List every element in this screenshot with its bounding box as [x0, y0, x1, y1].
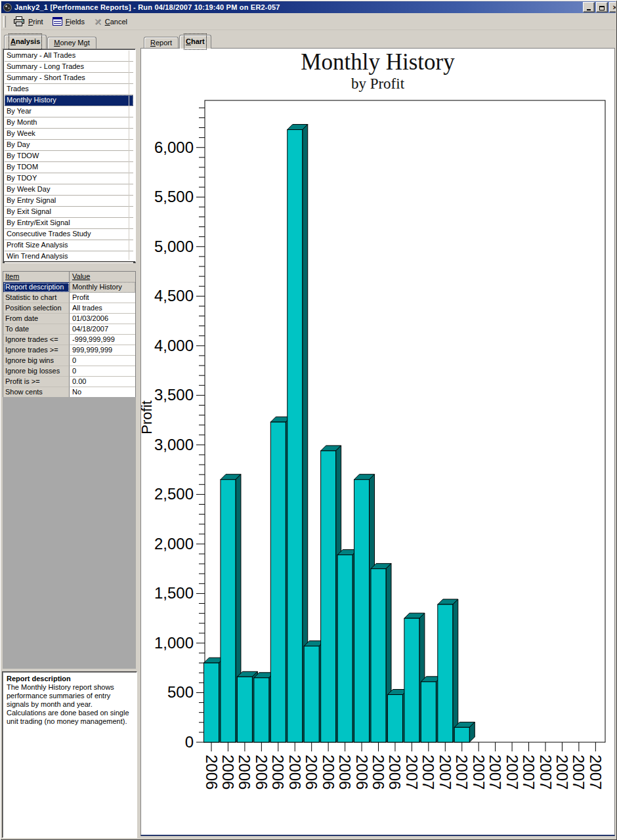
- list-item[interactable]: Summary - All Trades: [5, 51, 133, 62]
- setting-item-value[interactable]: 999,999,999: [70, 345, 135, 356]
- toolbar-grip[interactable]: [3, 16, 6, 28]
- setting-item-value[interactable]: Monthly History: [70, 282, 135, 293]
- maximize-icon: [599, 6, 605, 10]
- svg-text:2007: 2007: [503, 755, 521, 789]
- setting-item-label[interactable]: Statistic to chart: [3, 293, 70, 303]
- list-item[interactable]: By Month: [5, 117, 133, 129]
- settings-row[interactable]: Ignore big wins0: [3, 356, 135, 366]
- settings-row[interactable]: Position selectionAll trades: [3, 303, 135, 314]
- list-item[interactable]: By Week Day: [5, 184, 133, 196]
- close-button[interactable]: ✕: [609, 2, 616, 12]
- setting-item-label[interactable]: Profit is >=: [3, 377, 70, 387]
- printer-icon: [13, 16, 25, 26]
- setting-item-label[interactable]: To date: [3, 324, 70, 335]
- list-item[interactable]: By Exit Signal: [5, 207, 133, 218]
- settings-row[interactable]: To date04/18/2007: [3, 324, 135, 335]
- settings-row[interactable]: Ignore trades <=-999,999,999: [3, 335, 135, 345]
- toolbar: Print Fields ✕ Cancel: [1, 13, 616, 30]
- setting-item-label[interactable]: Ignore big wins: [3, 356, 70, 366]
- svg-text:2007: 2007: [453, 755, 471, 789]
- svg-text:2007: 2007: [570, 755, 587, 789]
- list-item[interactable]: By Week: [5, 129, 133, 140]
- setting-item-label[interactable]: Ignore big losses: [3, 366, 70, 377]
- setting-item-value[interactable]: All trades: [70, 303, 135, 314]
- settings-header-value[interactable]: Value: [70, 272, 135, 282]
- setting-item-value[interactable]: Profit: [70, 293, 135, 303]
- list-item[interactable]: Consecutive Trades Study: [5, 229, 133, 240]
- report-list: Summary - All TradesSummary - Long Trade…: [3, 49, 136, 263]
- svg-text:4,000: 4,000: [154, 337, 194, 354]
- svg-text:2006: 2006: [219, 755, 237, 789]
- bar-chart: 05001,0001,5002,0002,5003,0003,5004,0004…: [141, 49, 614, 834]
- settings-row[interactable]: Report descriptionMonthly History: [3, 282, 135, 293]
- list-item[interactable]: By Entry Signal: [5, 196, 133, 207]
- list-item[interactable]: By TDOY: [5, 173, 133, 184]
- list-item[interactable]: Summary - Long Trades: [5, 62, 133, 73]
- print-label: Print: [28, 18, 43, 26]
- print-button[interactable]: Print: [9, 15, 49, 28]
- list-item[interactable]: Summary - Short Trades: [5, 73, 133, 84]
- setting-item-value[interactable]: 01/03/2006: [70, 314, 135, 324]
- setting-item-label[interactable]: Show cents: [3, 387, 70, 398]
- left-empty-pane: [3, 397, 136, 669]
- settings-row[interactable]: Ignore trades >=999,999,999: [3, 345, 135, 356]
- chart-panel: 05001,0001,5002,0002,5003,0003,5004,0004…: [140, 48, 615, 836]
- setting-item-label[interactable]: Report description: [3, 282, 70, 293]
- svg-text:500: 500: [167, 683, 194, 701]
- setting-item-label[interactable]: Ignore trades <=: [3, 335, 70, 345]
- maximize-button[interactable]: [596, 2, 608, 12]
- fields-icon: [53, 17, 62, 26]
- list-item[interactable]: Trades: [5, 84, 133, 95]
- list-item[interactable]: Profit Size Analysis: [5, 240, 133, 251]
- svg-text:2007: 2007: [403, 755, 421, 789]
- setting-item-value[interactable]: 0.00: [70, 377, 135, 387]
- setting-item-value[interactable]: 0: [70, 366, 135, 377]
- svg-text:3,000: 3,000: [154, 436, 194, 453]
- minimize-button[interactable]: [583, 2, 595, 12]
- svg-text:2006: 2006: [253, 755, 270, 789]
- setting-item-label[interactable]: From date: [3, 314, 70, 324]
- setting-item-value[interactable]: No: [70, 387, 135, 398]
- settings-header-item[interactable]: Item: [3, 272, 70, 282]
- app-window: Janky2_1 [Performance Reports] - Run 04/…: [0, 0, 617, 840]
- setting-item-value[interactable]: -999,999,999: [70, 335, 135, 345]
- settings-grid: Item Value Report descriptionMonthly His…: [3, 271, 136, 398]
- minimize-icon: [587, 9, 591, 10]
- list-item[interactable]: Win Trend Analysis: [5, 251, 133, 262]
- setting-item-label[interactable]: Ignore trades >=: [3, 345, 70, 356]
- list-item[interactable]: By Year: [5, 106, 133, 117]
- setting-item-label[interactable]: Position selection: [3, 303, 70, 314]
- setting-item-value[interactable]: 04/18/2007: [70, 324, 135, 335]
- settings-row[interactable]: Show centsNo: [3, 387, 135, 398]
- settings-row[interactable]: Profit is >=0.00: [3, 377, 135, 387]
- tab-chart[interactable]: Chart: [179, 35, 211, 49]
- svg-text:2007: 2007: [520, 755, 538, 789]
- svg-text:2007: 2007: [537, 755, 555, 789]
- svg-text:2006: 2006: [203, 755, 221, 789]
- close-icon: ✕: [612, 3, 616, 12]
- cancel-button[interactable]: ✕ Cancel: [90, 16, 133, 27]
- settings-header-row: Item Value: [3, 272, 135, 282]
- settings-body: Report descriptionMonthly HistoryStatist…: [3, 282, 135, 398]
- setting-item-value[interactable]: 0: [70, 356, 135, 366]
- svg-text:4,500: 4,500: [154, 287, 194, 304]
- svg-text:Profit: Profit: [141, 400, 155, 434]
- fields-button[interactable]: Fields: [49, 16, 90, 27]
- list-item[interactable]: By Entry/Exit Signal: [5, 218, 133, 229]
- svg-text:2007: 2007: [553, 755, 571, 789]
- list-item[interactable]: Monthly History: [5, 95, 133, 106]
- list-item[interactable]: By TDOM: [5, 162, 133, 173]
- tab-report[interactable]: Report: [144, 37, 179, 49]
- list-item[interactable]: By Day: [5, 140, 133, 151]
- report-description-box: Report description The Monthly History r…: [2, 671, 137, 838]
- settings-row[interactable]: From date01/03/2006: [3, 314, 135, 324]
- settings-row[interactable]: Statistic to chartProfit: [3, 293, 135, 303]
- chart-subtitle: by Profit: [141, 75, 614, 93]
- tab-money-mgt[interactable]: Money Mgt: [47, 37, 96, 49]
- settings-row[interactable]: Ignore big losses0: [3, 366, 135, 377]
- svg-text:3,500: 3,500: [154, 386, 194, 404]
- svg-text:2007: 2007: [587, 755, 605, 789]
- tab-analysis[interactable]: Analysis: [4, 35, 47, 49]
- svg-text:2007: 2007: [419, 755, 437, 789]
- list-item[interactable]: By TDOW: [5, 151, 133, 162]
